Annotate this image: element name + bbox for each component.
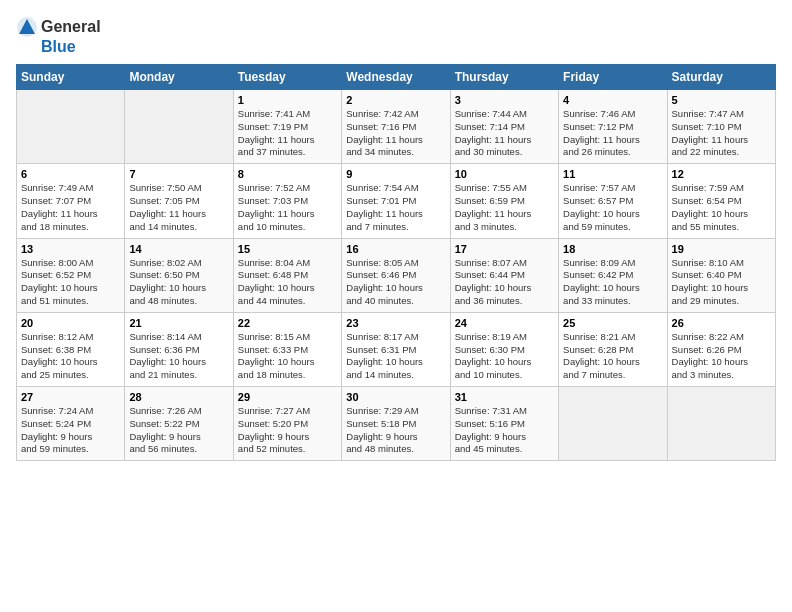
page-header: General Blue bbox=[16, 16, 776, 56]
day-info: Sunrise: 8:09 AM Sunset: 6:42 PM Dayligh… bbox=[563, 257, 662, 308]
day-info: Sunrise: 7:24 AM Sunset: 5:24 PM Dayligh… bbox=[21, 405, 120, 456]
day-info: Sunrise: 7:59 AM Sunset: 6:54 PM Dayligh… bbox=[672, 182, 771, 233]
day-info: Sunrise: 7:57 AM Sunset: 6:57 PM Dayligh… bbox=[563, 182, 662, 233]
calendar-week-4: 20Sunrise: 8:12 AM Sunset: 6:38 PM Dayli… bbox=[17, 312, 776, 386]
calendar-cell: 20Sunrise: 8:12 AM Sunset: 6:38 PM Dayli… bbox=[17, 312, 125, 386]
calendar-cell: 24Sunrise: 8:19 AM Sunset: 6:30 PM Dayli… bbox=[450, 312, 558, 386]
day-number: 3 bbox=[455, 94, 554, 106]
weekday-header-wednesday: Wednesday bbox=[342, 65, 450, 90]
day-number: 1 bbox=[238, 94, 337, 106]
calendar-cell: 18Sunrise: 8:09 AM Sunset: 6:42 PM Dayli… bbox=[559, 238, 667, 312]
calendar-table: SundayMondayTuesdayWednesdayThursdayFrid… bbox=[16, 64, 776, 461]
header-row: SundayMondayTuesdayWednesdayThursdayFrid… bbox=[17, 65, 776, 90]
logo-blue: Blue bbox=[41, 38, 76, 56]
calendar-cell: 19Sunrise: 8:10 AM Sunset: 6:40 PM Dayli… bbox=[667, 238, 775, 312]
calendar-cell: 7Sunrise: 7:50 AM Sunset: 7:05 PM Daylig… bbox=[125, 164, 233, 238]
day-info: Sunrise: 8:22 AM Sunset: 6:26 PM Dayligh… bbox=[672, 331, 771, 382]
calendar-cell: 22Sunrise: 8:15 AM Sunset: 6:33 PM Dayli… bbox=[233, 312, 341, 386]
day-info: Sunrise: 8:04 AM Sunset: 6:48 PM Dayligh… bbox=[238, 257, 337, 308]
calendar-week-3: 13Sunrise: 8:00 AM Sunset: 6:52 PM Dayli… bbox=[17, 238, 776, 312]
day-number: 7 bbox=[129, 168, 228, 180]
day-number: 5 bbox=[672, 94, 771, 106]
calendar-body: 1Sunrise: 7:41 AM Sunset: 7:19 PM Daylig… bbox=[17, 90, 776, 461]
day-info: Sunrise: 7:44 AM Sunset: 7:14 PM Dayligh… bbox=[455, 108, 554, 159]
day-number: 15 bbox=[238, 243, 337, 255]
day-info: Sunrise: 7:55 AM Sunset: 6:59 PM Dayligh… bbox=[455, 182, 554, 233]
day-info: Sunrise: 7:46 AM Sunset: 7:12 PM Dayligh… bbox=[563, 108, 662, 159]
day-info: Sunrise: 7:27 AM Sunset: 5:20 PM Dayligh… bbox=[238, 405, 337, 456]
day-number: 8 bbox=[238, 168, 337, 180]
calendar-week-2: 6Sunrise: 7:49 AM Sunset: 7:07 PM Daylig… bbox=[17, 164, 776, 238]
day-info: Sunrise: 7:31 AM Sunset: 5:16 PM Dayligh… bbox=[455, 405, 554, 456]
calendar-cell: 4Sunrise: 7:46 AM Sunset: 7:12 PM Daylig… bbox=[559, 90, 667, 164]
calendar-cell: 30Sunrise: 7:29 AM Sunset: 5:18 PM Dayli… bbox=[342, 387, 450, 461]
day-number: 10 bbox=[455, 168, 554, 180]
day-info: Sunrise: 7:54 AM Sunset: 7:01 PM Dayligh… bbox=[346, 182, 445, 233]
calendar-cell: 10Sunrise: 7:55 AM Sunset: 6:59 PM Dayli… bbox=[450, 164, 558, 238]
day-number: 16 bbox=[346, 243, 445, 255]
day-info: Sunrise: 8:21 AM Sunset: 6:28 PM Dayligh… bbox=[563, 331, 662, 382]
calendar-cell: 13Sunrise: 8:00 AM Sunset: 6:52 PM Dayli… bbox=[17, 238, 125, 312]
day-number: 22 bbox=[238, 317, 337, 329]
calendar-cell: 25Sunrise: 8:21 AM Sunset: 6:28 PM Dayli… bbox=[559, 312, 667, 386]
calendar-cell: 28Sunrise: 7:26 AM Sunset: 5:22 PM Dayli… bbox=[125, 387, 233, 461]
logo-general: General bbox=[41, 18, 101, 36]
calendar-cell: 2Sunrise: 7:42 AM Sunset: 7:16 PM Daylig… bbox=[342, 90, 450, 164]
day-info: Sunrise: 8:00 AM Sunset: 6:52 PM Dayligh… bbox=[21, 257, 120, 308]
day-info: Sunrise: 7:26 AM Sunset: 5:22 PM Dayligh… bbox=[129, 405, 228, 456]
day-number: 14 bbox=[129, 243, 228, 255]
calendar-cell: 1Sunrise: 7:41 AM Sunset: 7:19 PM Daylig… bbox=[233, 90, 341, 164]
calendar-cell: 27Sunrise: 7:24 AM Sunset: 5:24 PM Dayli… bbox=[17, 387, 125, 461]
calendar-cell: 5Sunrise: 7:47 AM Sunset: 7:10 PM Daylig… bbox=[667, 90, 775, 164]
weekday-header-sunday: Sunday bbox=[17, 65, 125, 90]
day-number: 19 bbox=[672, 243, 771, 255]
calendar-cell: 17Sunrise: 8:07 AM Sunset: 6:44 PM Dayli… bbox=[450, 238, 558, 312]
calendar-cell bbox=[17, 90, 125, 164]
calendar-cell bbox=[667, 387, 775, 461]
calendar-cell bbox=[559, 387, 667, 461]
calendar-cell: 8Sunrise: 7:52 AM Sunset: 7:03 PM Daylig… bbox=[233, 164, 341, 238]
calendar-header: SundayMondayTuesdayWednesdayThursdayFrid… bbox=[17, 65, 776, 90]
calendar-cell: 21Sunrise: 8:14 AM Sunset: 6:36 PM Dayli… bbox=[125, 312, 233, 386]
calendar-cell: 12Sunrise: 7:59 AM Sunset: 6:54 PM Dayli… bbox=[667, 164, 775, 238]
weekday-header-monday: Monday bbox=[125, 65, 233, 90]
day-info: Sunrise: 7:47 AM Sunset: 7:10 PM Dayligh… bbox=[672, 108, 771, 159]
calendar-cell: 26Sunrise: 8:22 AM Sunset: 6:26 PM Dayli… bbox=[667, 312, 775, 386]
day-number: 18 bbox=[563, 243, 662, 255]
day-number: 25 bbox=[563, 317, 662, 329]
day-number: 4 bbox=[563, 94, 662, 106]
day-info: Sunrise: 8:14 AM Sunset: 6:36 PM Dayligh… bbox=[129, 331, 228, 382]
calendar-cell bbox=[125, 90, 233, 164]
calendar-week-5: 27Sunrise: 7:24 AM Sunset: 5:24 PM Dayli… bbox=[17, 387, 776, 461]
weekday-header-tuesday: Tuesday bbox=[233, 65, 341, 90]
calendar-cell: 31Sunrise: 7:31 AM Sunset: 5:16 PM Dayli… bbox=[450, 387, 558, 461]
logo-icon bbox=[16, 16, 38, 38]
day-info: Sunrise: 7:42 AM Sunset: 7:16 PM Dayligh… bbox=[346, 108, 445, 159]
day-info: Sunrise: 8:15 AM Sunset: 6:33 PM Dayligh… bbox=[238, 331, 337, 382]
day-number: 27 bbox=[21, 391, 120, 403]
logo: General Blue bbox=[16, 16, 101, 56]
day-number: 13 bbox=[21, 243, 120, 255]
day-info: Sunrise: 7:41 AM Sunset: 7:19 PM Dayligh… bbox=[238, 108, 337, 159]
day-info: Sunrise: 7:49 AM Sunset: 7:07 PM Dayligh… bbox=[21, 182, 120, 233]
day-info: Sunrise: 7:29 AM Sunset: 5:18 PM Dayligh… bbox=[346, 405, 445, 456]
day-number: 21 bbox=[129, 317, 228, 329]
day-info: Sunrise: 8:17 AM Sunset: 6:31 PM Dayligh… bbox=[346, 331, 445, 382]
day-info: Sunrise: 8:19 AM Sunset: 6:30 PM Dayligh… bbox=[455, 331, 554, 382]
calendar-cell: 29Sunrise: 7:27 AM Sunset: 5:20 PM Dayli… bbox=[233, 387, 341, 461]
day-info: Sunrise: 7:52 AM Sunset: 7:03 PM Dayligh… bbox=[238, 182, 337, 233]
day-number: 6 bbox=[21, 168, 120, 180]
weekday-header-saturday: Saturday bbox=[667, 65, 775, 90]
calendar-cell: 16Sunrise: 8:05 AM Sunset: 6:46 PM Dayli… bbox=[342, 238, 450, 312]
day-number: 17 bbox=[455, 243, 554, 255]
day-number: 29 bbox=[238, 391, 337, 403]
weekday-header-friday: Friday bbox=[559, 65, 667, 90]
calendar-cell: 11Sunrise: 7:57 AM Sunset: 6:57 PM Dayli… bbox=[559, 164, 667, 238]
day-number: 31 bbox=[455, 391, 554, 403]
day-info: Sunrise: 8:05 AM Sunset: 6:46 PM Dayligh… bbox=[346, 257, 445, 308]
calendar-cell: 15Sunrise: 8:04 AM Sunset: 6:48 PM Dayli… bbox=[233, 238, 341, 312]
day-info: Sunrise: 8:07 AM Sunset: 6:44 PM Dayligh… bbox=[455, 257, 554, 308]
day-number: 28 bbox=[129, 391, 228, 403]
day-number: 26 bbox=[672, 317, 771, 329]
day-number: 9 bbox=[346, 168, 445, 180]
